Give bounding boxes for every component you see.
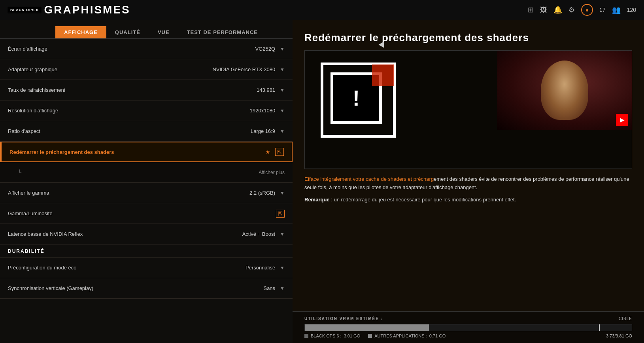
expand-icon[interactable]: ⇱ (276, 210, 285, 218)
setting-adaptateur[interactable]: Adaptateur graphique NVIDIA GeForce RTX … (0, 59, 293, 80)
setting-latence-value: Activé + Boost ▼ (242, 231, 285, 237)
chevron-icon: ▼ (280, 129, 285, 134)
description-highlight: Efface intégralement votre cache de shad… (304, 176, 434, 182)
setting-latence[interactable]: Latence basse de NVIDIA Reflex Activé + … (0, 224, 293, 244)
description-block: Efface intégralement votre cache de shad… (304, 175, 632, 203)
vram-section: UTILISATION VRAM ESTIMÉE : CIBLE BLACK O… (293, 311, 644, 343)
setting-ecran-label: Écran d'affichage (8, 46, 47, 52)
vram-label: UTILISATION VRAM ESTIMÉE : (304, 316, 383, 321)
preview-graphic: ! (321, 63, 396, 138)
setting-ratio-value: Large 16:9 ▼ (251, 128, 285, 134)
gear-icon[interactable]: ⚙ (568, 6, 575, 14)
left-panel: AFFICHAGE QUALITÉ VUE TEST DE PERFORMANC… (0, 20, 293, 343)
setting-synchronisation-value: Sans ▼ (263, 285, 285, 291)
setting-preconfiguration[interactable]: Préconfiguration du mode éco Personnalis… (0, 258, 293, 278)
vram-header: UTILISATION VRAM ESTIMÉE : CIBLE (304, 316, 632, 321)
game-logo: BLACK OPS 6 (8, 7, 41, 13)
settings-list: Écran d'affichage VG252Q ▼ Adaptateur gr… (0, 39, 293, 343)
page-title: GRAPHISMES (44, 4, 130, 16)
vram-bar (304, 324, 632, 331)
setting-taux-value: 143.981 ▼ (257, 87, 285, 93)
preview-area: ! ▶ (304, 50, 632, 169)
red-accent (372, 64, 394, 86)
warning-symbol: ! (353, 87, 360, 109)
setting-preconfiguration-label: Préconfiguration du mode éco (8, 265, 76, 271)
user-count: 120 (627, 7, 636, 13)
description-text: Efface intégralement votre cache de shad… (304, 175, 632, 192)
setting-taux-label: Taux de rafraîchissement (8, 87, 65, 93)
sub-arrow: └ (18, 169, 21, 175)
setting-gamma-label: Afficher le gamma (8, 190, 49, 196)
setting-gamma-lum[interactable]: Gamma/Luminosité ⇱ (0, 203, 293, 224)
header-controls: ⊞ 🖼 🔔 ⚙ ● 17 👥 120 (528, 4, 636, 16)
setting-taux[interactable]: Taux de rafraîchissement 143.981 ▼ (0, 80, 293, 100)
user-group-icon[interactable]: 👥 (612, 6, 621, 14)
note-label: Remarque (304, 197, 330, 203)
setting-latence-label: Latence basse de NVIDIA Reflex (8, 231, 83, 237)
setting-gamma[interactable]: Afficher le gamma 2.2 (sRGB) ▼ (0, 183, 293, 203)
webcam-face (541, 61, 588, 120)
setting-shaders-label: Redémarrer le préchargement des shaders (9, 149, 114, 155)
tab-qualite[interactable]: QUALITÉ (106, 26, 149, 38)
chevron-icon: ▼ (280, 87, 285, 93)
chevron-icon: ▼ (280, 108, 285, 114)
setting-resolution-label: Résolution d'affichage (8, 108, 58, 114)
chevron-icon: ▼ (280, 265, 285, 271)
chevron-icon: ▼ (280, 67, 285, 72)
expand-icon[interactable]: ⇱ (275, 148, 284, 156)
section-durabilite: DURABILITÉ (0, 244, 293, 258)
setting-gamma-lum-label: Gamma/Luminosité (8, 210, 53, 216)
webcam-figure (497, 51, 632, 130)
active-user-icon[interactable]: ● (581, 4, 593, 16)
right-panel: Redémarrer le préchargement des shaders … (293, 20, 644, 343)
setting-preconfiguration-value: Personnalisé ▼ (246, 265, 285, 271)
vram-target-label: CIBLE (619, 316, 632, 321)
setting-afficher-plus[interactable]: └ Afficher plus (0, 162, 293, 183)
setting-ratio-label: Ratio d'aspect (8, 128, 40, 134)
tabs-bar: AFFICHAGE QUALITÉ VUE TEST DE PERFORMANC… (0, 20, 293, 39)
grid-icon[interactable]: ⊞ (528, 6, 534, 14)
nested-squares-outer: ! (321, 63, 396, 138)
vram-dot-black-ops (304, 334, 308, 338)
tab-affichage[interactable]: AFFICHAGE (55, 26, 106, 38)
chevron-icon: ▼ (280, 190, 285, 196)
chevron-icon: ▼ (280, 46, 285, 52)
setting-ratio[interactable]: Ratio d'aspect Large 16:9 ▼ (0, 121, 293, 142)
chevron-icon: ▼ (280, 286, 285, 291)
header: BLACK OPS 6 GRAPHISMES ⊞ 🖼 🔔 ⚙ ● 17 👥 12… (0, 0, 644, 20)
notification-count: 17 (599, 7, 606, 13)
chevron-icon: ▼ (280, 231, 285, 237)
vram-target-line (599, 324, 600, 331)
setting-resolution-value: 1920x1080 ▼ (250, 108, 285, 114)
setting-ecran[interactable]: Écran d'affichage VG252Q ▼ (0, 39, 293, 59)
setting-synchronisation-label: Synchronisation verticale (Gameplay) (8, 285, 93, 291)
setting-ecran-value: VG252Q ▼ (255, 46, 285, 52)
detail-content: ! ▶ Efface intégralement votre cache de … (304, 50, 632, 343)
note-text: Remarque : un redémarrage du jeu est néc… (304, 197, 632, 203)
logo-area: BLACK OPS 6 GRAPHISMES (8, 4, 130, 16)
vram-black-ops: BLACK OPS 6 : 3.01 GO (304, 334, 360, 338)
webcam-overlay: ▶ (497, 51, 632, 130)
webcam-badge: ▶ (616, 114, 628, 126)
setting-adaptateur-label: Adaptateur graphique (8, 66, 57, 72)
setting-shaders[interactable]: Redémarrer le préchargement des shaders … (0, 142, 293, 162)
vram-footer: BLACK OPS 6 : 3.01 GO AUTRES APPLICATION… (304, 334, 632, 338)
vram-items: BLACK OPS 6 : 3.01 GO AUTRES APPLICATION… (304, 334, 446, 338)
setting-afficher-plus-label: Afficher plus (259, 170, 285, 175)
star-icon: ★ (265, 149, 270, 155)
setting-resolution[interactable]: Résolution d'affichage 1920x1080 ▼ (0, 100, 293, 121)
image-icon[interactable]: 🖼 (540, 6, 547, 14)
tab-test[interactable]: TEST DE PERFORMANCE (178, 26, 266, 38)
bell-icon[interactable]: 🔔 (553, 6, 562, 14)
setting-gamma-value: 2.2 (sRGB) ▼ (249, 190, 285, 196)
setting-adaptateur-value: NVIDIA GeForce RTX 3080 ▼ (212, 66, 285, 72)
setting-synchronisation[interactable]: Synchronisation verticale (Gameplay) San… (0, 278, 293, 299)
vram-dot-autres (368, 334, 372, 338)
vram-total: 3.73/9.81 GO (606, 334, 632, 338)
setting-shaders-actions: ★ ⇱ (265, 148, 284, 156)
setting-gamma-lum-icon: ⇱ (276, 210, 285, 218)
vram-fill (305, 324, 429, 331)
tab-vue[interactable]: VUE (149, 26, 178, 38)
vram-autres: AUTRES APPLICATIONS : 0.71 GO (368, 334, 446, 338)
detail-title: Redémarrer le préchargement des shaders (304, 32, 632, 44)
